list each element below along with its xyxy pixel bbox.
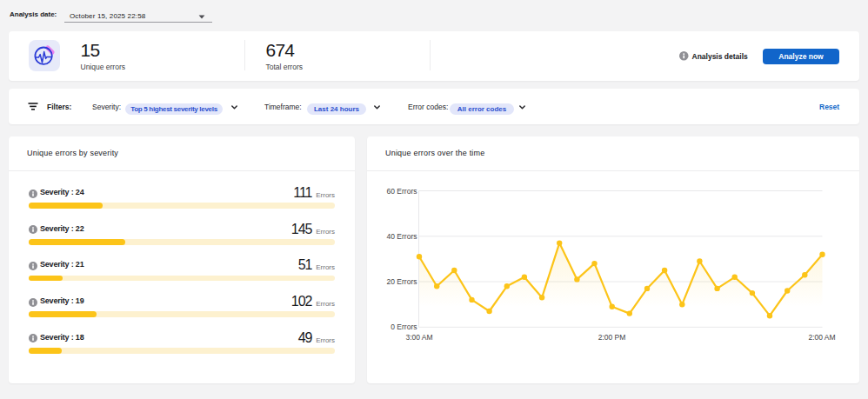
svg-text:40 Errors: 40 Errors (387, 232, 417, 241)
svg-text:60 Errors: 60 Errors (387, 187, 417, 196)
svg-text:20 Errors: 20 Errors (387, 277, 417, 286)
svg-text:2:00 PM: 2:00 PM (598, 333, 626, 342)
svg-text:3:00 AM: 3:00 AM (405, 333, 432, 342)
svg-text:2:00 AM: 2:00 AM (808, 333, 835, 342)
svg-text:0 Errors: 0 Errors (391, 323, 417, 331)
